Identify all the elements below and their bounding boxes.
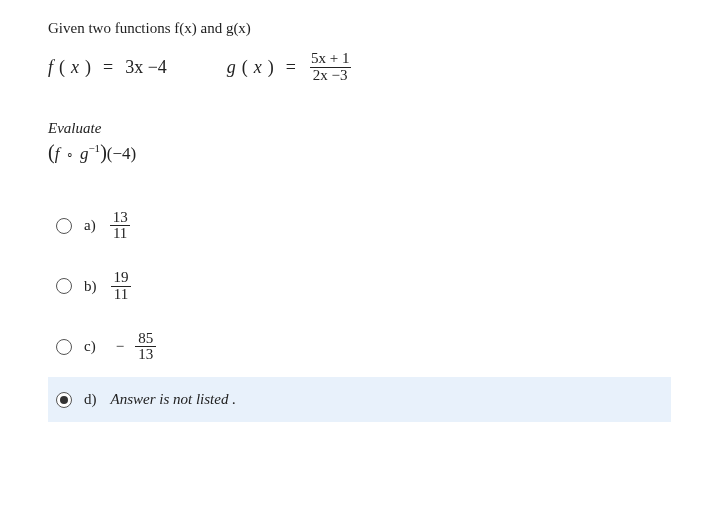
g-lhs-arg: x	[254, 57, 262, 78]
choice-c-den: 13	[135, 346, 156, 363]
f-lhs-fn: f	[48, 57, 53, 78]
composition-expression: (f ∘ g−1)(−4)	[48, 141, 671, 164]
choice-c-sign: −	[116, 338, 124, 355]
equation-row: f (x) = 3x −4 g (x) = 5x + 1 2x −3	[48, 51, 671, 84]
g-denominator: 2x −3	[310, 67, 351, 84]
f-lhs-arg: x	[71, 57, 79, 78]
f-rhs: 3x −4	[125, 57, 167, 78]
choice-d-label: d)	[84, 391, 97, 408]
g-fraction: 5x + 1 2x −3	[308, 51, 352, 84]
g-numerator: 5x + 1	[308, 51, 352, 67]
radio-c[interactable]	[56, 339, 72, 355]
choice-a[interactable]: a) 13 11	[48, 196, 671, 257]
choice-c-label: c)	[84, 338, 96, 355]
expr-arg: (−4)	[107, 144, 136, 163]
equation-f: f (x) = 3x −4	[48, 57, 167, 78]
choice-b-den: 11	[111, 286, 131, 303]
choice-d[interactable]: d) Answer is not listed .	[48, 377, 671, 422]
choice-b-label: b)	[84, 278, 97, 295]
radio-b[interactable]	[56, 278, 72, 294]
answer-choices: a) 13 11 b) 19 11 c) − 85 13 d)	[48, 196, 671, 423]
evaluate-label: Evaluate	[48, 120, 671, 137]
choice-b-value: 19 11	[111, 270, 132, 303]
expr-outer-fn: f	[55, 144, 60, 163]
equation-g: g (x) = 5x + 1 2x −3	[227, 51, 353, 84]
choice-d-text: Answer is not listed .	[111, 391, 236, 408]
choice-a-value: 13 11	[110, 210, 131, 243]
choice-a-num: 13	[110, 210, 131, 226]
expr-compose: ∘	[66, 148, 74, 162]
question-prompt: Given two functions f(x) and g(x)	[48, 20, 671, 37]
radio-d[interactable]	[56, 392, 72, 408]
expr-inner-exp: −1	[88, 142, 100, 154]
choice-c-value: 85 13	[135, 331, 156, 364]
g-lhs-fn: g	[227, 57, 236, 78]
choice-b-num: 19	[111, 270, 132, 286]
choice-c[interactable]: c) − 85 13	[48, 317, 671, 378]
choice-a-label: a)	[84, 217, 96, 234]
choice-c-num: 85	[135, 331, 156, 347]
choice-a-den: 11	[110, 225, 130, 242]
choice-b[interactable]: b) 19 11	[48, 256, 671, 317]
radio-a[interactable]	[56, 218, 72, 234]
